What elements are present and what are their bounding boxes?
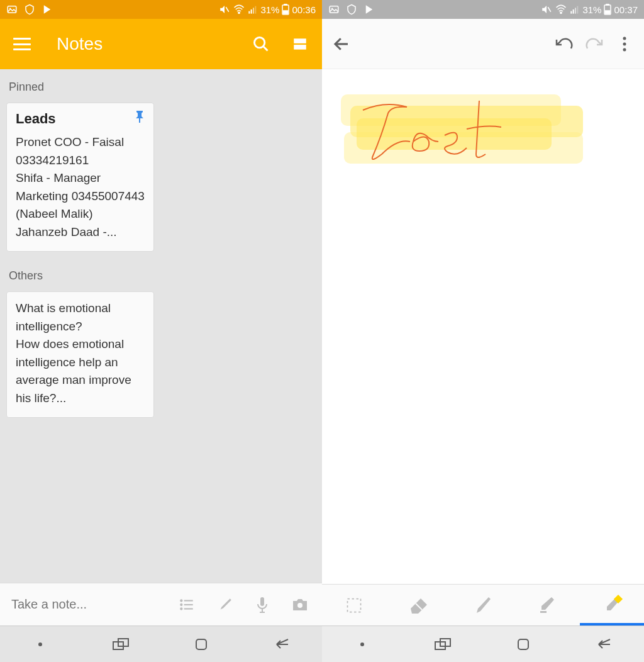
status-bar-right: 31% 00:37 bbox=[322, 0, 644, 19]
nav-dot-icon[interactable] bbox=[353, 635, 372, 654]
signal-icon bbox=[248, 4, 258, 14]
svg-rect-22 bbox=[184, 608, 193, 609]
highlighter-tool[interactable] bbox=[580, 585, 644, 626]
status-bar-left: 31% 00:36 bbox=[0, 0, 322, 19]
compose-input[interactable] bbox=[11, 597, 160, 612]
svg-rect-47 bbox=[540, 611, 547, 613]
svg-rect-11 bbox=[284, 11, 288, 14]
undo-icon[interactable] bbox=[553, 33, 575, 55]
overflow-icon[interactable] bbox=[614, 33, 635, 55]
wifi-icon bbox=[233, 4, 245, 15]
mic-icon[interactable] bbox=[252, 594, 273, 615]
svg-point-45 bbox=[623, 48, 626, 51]
svg-rect-39 bbox=[577, 6, 579, 14]
note-title: Leads bbox=[16, 111, 56, 127]
drawing-toolbar bbox=[322, 584, 644, 626]
svg-rect-6 bbox=[251, 9, 252, 14]
svg-point-35 bbox=[560, 12, 562, 13]
svg-rect-41 bbox=[606, 4, 609, 5]
nav-back-icon[interactable] bbox=[272, 635, 291, 654]
system-navbar-right bbox=[322, 626, 644, 662]
status-time: 00:37 bbox=[614, 4, 638, 15]
page-title: Notes bbox=[57, 34, 233, 54]
eraser-tool[interactable] bbox=[386, 585, 450, 626]
view-toggle-icon[interactable] bbox=[289, 33, 311, 55]
back-icon[interactable] bbox=[331, 33, 352, 55]
svg-rect-15 bbox=[294, 45, 306, 50]
svg-marker-2 bbox=[44, 5, 51, 14]
nav-dot-icon[interactable] bbox=[31, 635, 50, 654]
notes-list-body: Pinned Leads Pronet COO - Faisal 0333421… bbox=[0, 69, 322, 583]
svg-point-17 bbox=[180, 599, 182, 602]
nav-back-icon[interactable] bbox=[594, 635, 613, 654]
svg-point-44 bbox=[623, 42, 626, 45]
svg-rect-42 bbox=[606, 11, 610, 14]
svg-rect-20 bbox=[184, 603, 193, 605]
system-navbar-left bbox=[0, 626, 322, 662]
svg-rect-24 bbox=[262, 609, 263, 612]
nav-home-icon[interactable] bbox=[192, 635, 211, 654]
svg-rect-16 bbox=[139, 118, 140, 123]
camera-icon[interactable] bbox=[289, 594, 311, 615]
battery-icon bbox=[604, 4, 611, 15]
svg-point-48 bbox=[360, 642, 364, 646]
note-card-other[interactable]: What is emotional intelligence? How does… bbox=[6, 291, 154, 418]
image-icon bbox=[6, 4, 18, 15]
handwritten-text bbox=[353, 88, 542, 170]
svg-line-13 bbox=[264, 47, 268, 51]
wifi-icon bbox=[555, 4, 567, 15]
svg-rect-14 bbox=[294, 38, 306, 43]
svg-rect-8 bbox=[255, 6, 257, 14]
signal-icon bbox=[570, 4, 580, 14]
appbar-notes: Notes bbox=[0, 19, 322, 69]
list-icon[interactable] bbox=[176, 594, 197, 615]
brush-icon[interactable] bbox=[214, 594, 235, 615]
mute-icon bbox=[541, 4, 552, 15]
svg-rect-5 bbox=[249, 11, 250, 14]
svg-rect-0 bbox=[8, 6, 16, 13]
phone-right-drawing: 31% 00:37 bbox=[322, 0, 644, 662]
note-body: Pronet COO - Faisal 03334219161 Shifa - … bbox=[16, 133, 145, 241]
svg-line-3 bbox=[226, 7, 230, 12]
svg-rect-51 bbox=[518, 639, 528, 649]
svg-rect-36 bbox=[571, 11, 572, 14]
svg-point-21 bbox=[180, 607, 182, 610]
pen-tool[interactable] bbox=[451, 585, 515, 626]
section-others-label: Others bbox=[9, 269, 316, 283]
battery-percent: 31% bbox=[260, 4, 279, 15]
svg-point-19 bbox=[180, 603, 182, 605]
select-tool[interactable] bbox=[322, 585, 386, 626]
pin-icon bbox=[135, 111, 145, 126]
play-icon bbox=[364, 4, 375, 15]
mute-icon bbox=[219, 4, 230, 15]
hamburger-icon[interactable] bbox=[11, 33, 33, 55]
note-body: What is emotional intelligence? How does… bbox=[16, 300, 145, 407]
phone-left-notes-list: 31% 00:36 Notes Pinned Leads Pronet COO … bbox=[0, 0, 322, 662]
battery-icon bbox=[282, 4, 289, 15]
nav-recent-icon[interactable] bbox=[111, 635, 130, 654]
svg-rect-31 bbox=[330, 6, 338, 13]
nav-recent-icon[interactable] bbox=[433, 635, 452, 654]
search-icon[interactable] bbox=[250, 33, 272, 55]
nav-home-icon[interactable] bbox=[514, 635, 533, 654]
svg-point-4 bbox=[238, 12, 240, 13]
svg-rect-7 bbox=[253, 8, 254, 13]
svg-rect-18 bbox=[184, 600, 193, 601]
svg-rect-10 bbox=[284, 4, 287, 5]
svg-rect-25 bbox=[260, 612, 265, 613]
battery-percent: 31% bbox=[582, 4, 601, 15]
drawing-canvas[interactable] bbox=[322, 69, 644, 584]
svg-rect-30 bbox=[196, 639, 206, 649]
status-time: 00:36 bbox=[292, 4, 316, 15]
image-icon bbox=[328, 4, 340, 15]
svg-marker-33 bbox=[366, 5, 373, 14]
marker-tool[interactable] bbox=[515, 585, 579, 626]
svg-point-26 bbox=[297, 603, 303, 608]
svg-line-34 bbox=[548, 7, 552, 12]
svg-rect-23 bbox=[260, 597, 264, 606]
note-card-pinned[interactable]: Leads Pronet COO - Faisal 03334219161 Sh… bbox=[6, 103, 154, 252]
redo-icon[interactable] bbox=[584, 33, 605, 55]
shield-icon bbox=[346, 4, 357, 15]
svg-rect-38 bbox=[575, 8, 576, 13]
compose-bar bbox=[0, 583, 322, 626]
